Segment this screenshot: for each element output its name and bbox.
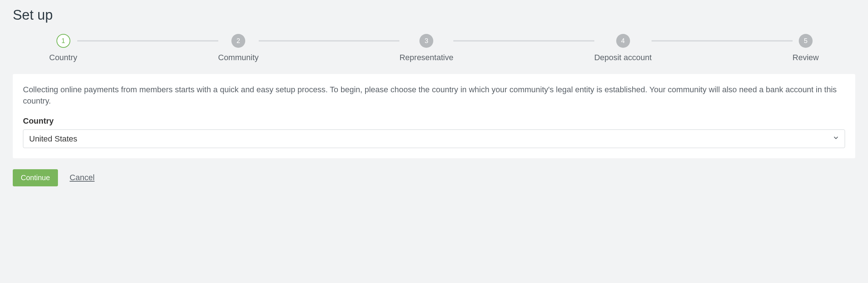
step-circle: 2 (231, 34, 245, 48)
cancel-link[interactable]: Cancel (70, 173, 94, 182)
step-connector (652, 40, 792, 42)
step-label: Country (49, 53, 77, 62)
step-connector (259, 40, 399, 42)
progress-stepper: 1 Country 2 Community 3 Representative 4… (13, 34, 855, 62)
card-description: Collecting online payments from members … (23, 84, 845, 107)
country-label: Country (23, 116, 845, 126)
step-review: 5 Review (793, 34, 819, 62)
step-connector (453, 40, 594, 42)
step-country: 1 Country (49, 34, 77, 62)
step-label: Deposit account (594, 53, 652, 62)
step-connector (77, 40, 218, 42)
step-representative: 3 Representative (399, 34, 453, 62)
step-label: Community (218, 53, 259, 62)
actions-row: Continue Cancel (13, 169, 855, 186)
step-community: 2 Community (218, 34, 259, 62)
step-label: Review (793, 53, 819, 62)
continue-button[interactable]: Continue (13, 169, 58, 186)
step-circle: 4 (616, 34, 630, 48)
step-circle: 1 (56, 34, 70, 48)
step-circle: 5 (799, 34, 813, 48)
country-select-wrapper: United States (23, 129, 845, 148)
page-title: Set up (13, 7, 855, 23)
step-circle: 3 (419, 34, 433, 48)
step-deposit-account: 4 Deposit account (594, 34, 652, 62)
country-select[interactable]: United States (23, 129, 845, 148)
step-label: Representative (399, 53, 453, 62)
setup-card: Collecting online payments from members … (13, 74, 855, 158)
